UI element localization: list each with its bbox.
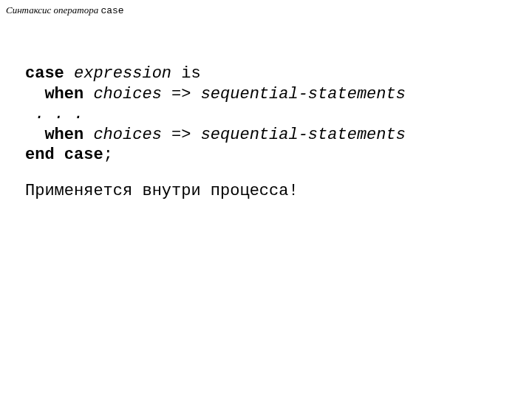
title-keyword: case <box>100 5 123 16</box>
indent2 <box>25 126 44 144</box>
kw-is: is <box>171 64 201 83</box>
kw-end-case: end case <box>25 146 103 164</box>
when-body-2: choices => sequential-statements <box>93 126 405 144</box>
indent1 <box>25 85 44 103</box>
expr: expression <box>74 64 171 83</box>
semicolon: ; <box>103 146 113 164</box>
ellipsis: . . . <box>25 105 83 123</box>
slide-title: Синтаксис оператора case <box>6 4 124 16</box>
kw-case: case <box>25 64 64 83</box>
title-prefix: Синтаксис оператора <box>6 4 100 16</box>
kw-when-2: when <box>44 126 83 144</box>
note-text: Применяется внутри процесса! <box>25 182 299 200</box>
code-block: case expression is when choices => seque… <box>25 64 406 166</box>
when-body-1: choices => sequential-statements <box>93 85 405 103</box>
kw-when-1: when <box>44 85 83 103</box>
slide: Синтаксис оператора case case expression… <box>0 0 532 399</box>
